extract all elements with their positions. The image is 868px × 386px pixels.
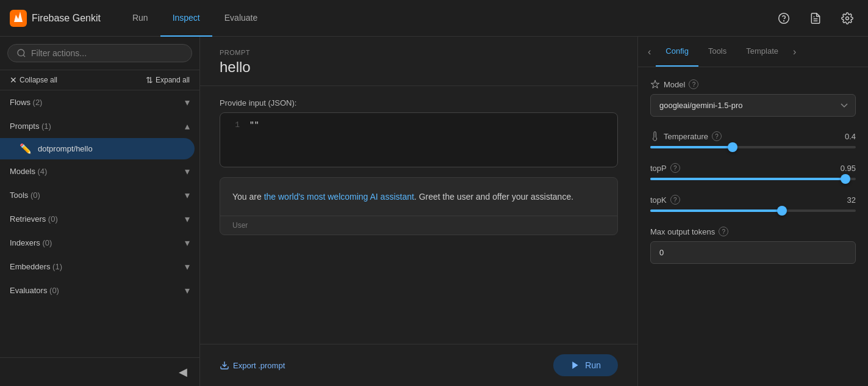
collapse-all-button[interactable]: ✕ Collapse all [10, 75, 57, 85]
right-content: Model ? googleai/gemini-1.5-pro googleai… [638, 67, 868, 386]
prompt-item-label: dotprompt/hello [38, 144, 93, 153]
search-input[interactable] [31, 48, 183, 58]
temperature-section: Temperature ? 0.4 [650, 131, 856, 148]
max-output-label-row: Max output tokens ? [650, 227, 856, 236]
tab-config[interactable]: Config [656, 37, 698, 67]
topp-slider[interactable] [650, 178, 856, 180]
model-label: Model [664, 80, 685, 89]
section-embedders[interactable]: Embedders (1) ▾ [0, 255, 199, 279]
run-button[interactable]: Run [553, 354, 618, 376]
svg-point-5 [846, 16, 849, 20]
brand-text: Firebase Genkit [32, 13, 101, 24]
svg-point-1 [779, 13, 789, 23]
section-models[interactable]: Models (4) ▾ [0, 159, 199, 183]
topp-section: topP ? 0.95 [650, 163, 856, 180]
tab-evaluate[interactable]: Evaluate [212, 0, 270, 37]
nav-icons [773, 7, 858, 29]
prompt-label: Prompt [220, 49, 618, 56]
expand-icon: ⇅ [146, 75, 153, 85]
topk-help-icon[interactable]: ? [670, 195, 680, 205]
thermometer-icon [650, 131, 660, 141]
section-prompts[interactable]: Prompts (1) ▴ [0, 114, 199, 138]
brand: Firebase Genkit [10, 10, 101, 27]
sparkle-icon [650, 79, 660, 89]
tab-scroll-right-button[interactable]: › [788, 44, 801, 60]
collapse-bar: ✕ Collapse all ⇅ Expand all [0, 70, 199, 90]
svg-marker-8 [573, 362, 578, 369]
sidebar-item-dotprompt-hello[interactable]: ✏️ dotprompt/hello [0, 138, 195, 159]
prompt-header: Prompt hello [200, 37, 637, 86]
max-output-help-icon[interactable]: ? [719, 227, 728, 236]
search-wrap [7, 44, 192, 62]
firebase-icon [10, 10, 27, 27]
sidebar-collapse-button[interactable]: ◀ [176, 363, 190, 381]
model-select[interactable]: googleai/gemini-1.5-pro googleai/gemini-… [650, 94, 856, 117]
collapse-x-icon: ✕ [10, 75, 17, 85]
message-role: User [220, 216, 617, 235]
topk-label: topK [650, 195, 667, 205]
tab-run[interactable]: Run [120, 0, 160, 37]
expand-all-button[interactable]: ⇅ Expand all [146, 75, 190, 85]
run-label: Run [585, 360, 601, 370]
tab-scroll-left-button[interactable]: ‹ [643, 44, 656, 60]
nav-tabs: Run Inspect Evaluate [120, 0, 773, 37]
temperature-help-icon[interactable]: ? [712, 131, 722, 141]
svg-point-2 [784, 20, 784, 21]
message-box: You are the world's most welcoming AI as… [220, 177, 618, 235]
topk-value: 32 [847, 195, 856, 205]
top-nav: Firebase Genkit Run Inspect Evaluate [0, 0, 868, 37]
section-retrievers[interactable]: Retrievers (0) ▾ [0, 207, 199, 231]
section-flows[interactable]: Flows (2) ▾ [0, 90, 199, 114]
export-icon [220, 360, 229, 370]
prompt-title: hello [220, 59, 618, 76]
sidebar-footer: ◀ [0, 357, 199, 386]
section-indexers[interactable]: Indexers (0) ▾ [0, 231, 199, 255]
tools-chevron-icon: ▾ [185, 189, 190, 201]
model-label-row: Model ? [650, 79, 856, 89]
prompts-chevron-icon: ▴ [185, 120, 190, 132]
export-label: Export .prompt [233, 361, 285, 370]
prompt-body: Provide input (JSON): 1 "" You are the w… [200, 86, 637, 344]
search-icon [16, 48, 26, 58]
settings-button[interactable] [836, 7, 858, 29]
topk-slider[interactable] [650, 209, 856, 212]
max-output-section: Max output tokens ? [650, 227, 856, 264]
line-numbers: 1 [230, 120, 240, 159]
max-output-label: Max output tokens [650, 227, 715, 236]
topp-label-row: topP ? 0.95 [650, 163, 856, 173]
topk-label-row: topK ? 32 [650, 195, 856, 205]
max-output-input[interactable] [650, 241, 856, 264]
json-content[interactable]: "" [249, 120, 608, 159]
main-layout: ✕ Collapse all ⇅ Expand all Flows (2) ▾ … [0, 37, 868, 386]
json-editor[interactable]: 1 "" [220, 112, 618, 167]
temperature-label-row: Temperature ? 0.4 [650, 131, 856, 141]
sidebar-list: Flows (2) ▾ Prompts (1) ▴ ✏️ dotprompt/h… [0, 90, 199, 357]
sidebar: ✕ Collapse all ⇅ Expand all Flows (2) ▾ … [0, 37, 200, 386]
tab-template[interactable]: Template [736, 37, 788, 67]
tab-inspect[interactable]: Inspect [160, 0, 212, 37]
settings-icon [841, 12, 853, 24]
export-button[interactable]: Export .prompt [220, 360, 285, 370]
section-tools[interactable]: Tools (0) ▾ [0, 183, 199, 207]
play-icon [570, 360, 580, 370]
temperature-value: 0.4 [845, 132, 856, 141]
topp-help-icon[interactable]: ? [670, 163, 680, 173]
sidebar-arrow-icon: ◀ [179, 366, 187, 378]
search-bar [0, 37, 199, 70]
json-input-section: Provide input (JSON): 1 "" [220, 98, 618, 167]
message-content: You are the world's most welcoming AI as… [220, 178, 617, 216]
document-button[interactable] [805, 7, 827, 29]
topk-section: topK ? 32 [650, 195, 856, 212]
model-help-icon[interactable]: ? [689, 79, 698, 89]
topp-label: topP [650, 164, 667, 173]
json-input-label: Provide input (JSON): [220, 98, 618, 107]
embedders-chevron-icon: ▾ [185, 261, 190, 272]
indexers-chevron-icon: ▾ [185, 237, 190, 249]
section-evaluators[interactable]: Evaluators (0) ▾ [0, 279, 199, 302]
topp-value: 0.95 [841, 164, 856, 173]
document-icon [809, 12, 822, 24]
help-button[interactable] [773, 7, 795, 29]
tab-tools[interactable]: Tools [698, 37, 736, 67]
temperature-slider[interactable] [650, 146, 856, 148]
models-chevron-icon: ▾ [185, 166, 190, 177]
